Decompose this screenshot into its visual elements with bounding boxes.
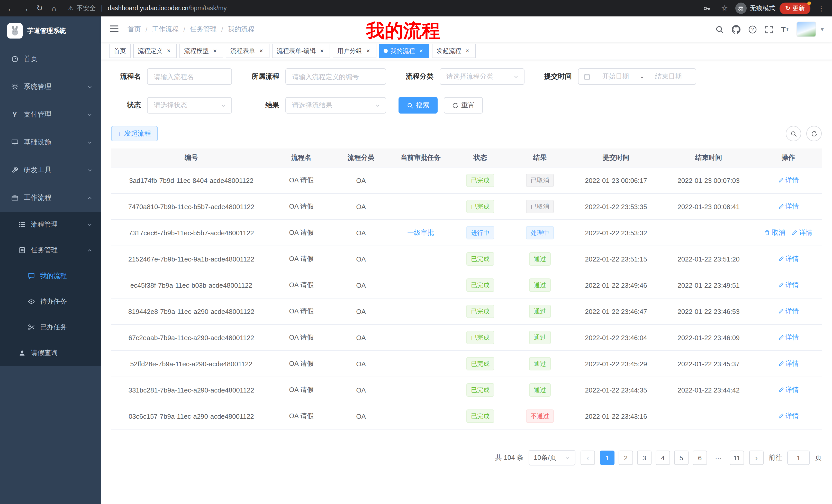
key-icon[interactable] (700, 2, 714, 15)
tab-home[interactable]: 首页 (109, 44, 131, 58)
cell-end-time: 2022-01-22 23:44:42 (662, 377, 755, 403)
sidebar-item-workflow[interactable]: 工作流程 (0, 184, 101, 212)
search-toggle-button[interactable] (786, 126, 801, 141)
incognito-profile[interactable]: 无痕模式 (735, 3, 775, 14)
detail-link[interactable]: 详情 (791, 228, 812, 237)
sidebar-item-home[interactable]: 首页 (0, 45, 101, 73)
update-label: 更新 (792, 4, 805, 12)
status-tag: 已完成 (466, 278, 494, 292)
tab-process-form-edit[interactable]: 流程表单-编辑× (272, 44, 330, 58)
app-title: 芋道管理系统 (27, 26, 66, 35)
pagination-prev-button[interactable]: ‹ (580, 451, 595, 465)
breadcrumb-item-task-management[interactable]: 任务管理 (190, 25, 217, 34)
detail-link[interactable]: 详情 (778, 254, 799, 263)
pagination-page-2[interactable]: 2 (619, 451, 633, 465)
search-button[interactable]: 搜索 (398, 97, 438, 114)
process-definition-input[interactable] (285, 68, 386, 85)
breadcrumb-item-workflow[interactable]: 工作流程 (152, 25, 179, 34)
pagination-next-button[interactable]: › (749, 451, 763, 465)
edit-icon (778, 387, 784, 393)
breadcrumb-item-home[interactable]: 首页 (128, 25, 141, 34)
user-avatar[interactable] (797, 22, 816, 37)
result-select[interactable]: 请选择流结果 (285, 97, 386, 114)
pagination-page-5[interactable]: 5 (674, 451, 688, 465)
detail-link[interactable]: 详情 (778, 385, 799, 395)
detail-link[interactable]: 详情 (778, 412, 799, 421)
reset-button[interactable]: 重置 (444, 97, 483, 114)
refresh-button[interactable] (806, 126, 822, 141)
close-icon[interactable]: × (365, 47, 372, 54)
create-process-label: 发起流程 (124, 129, 151, 138)
sidebar-item-infrastructure[interactable]: 基础设施 (0, 129, 101, 156)
sidebar-item-task-management[interactable]: 任务管理 (0, 237, 101, 263)
tab-my-process[interactable]: 我的流程× (379, 44, 430, 58)
address-bar[interactable]: ⚠ 不安全 | dashboard.yudao.iocoder.cn/bpm/t… (68, 4, 227, 12)
help-icon[interactable]: ? (748, 25, 757, 34)
cancel-link[interactable]: 取消 (764, 228, 785, 237)
detail-link[interactable]: 详情 (778, 176, 799, 185)
bookmark-star-icon[interactable]: ☆ (718, 2, 731, 15)
create-process-button[interactable]: + 发起流程 (111, 126, 158, 141)
detail-link[interactable]: 详情 (778, 202, 799, 211)
cell-category: OA (331, 351, 391, 377)
sidebar-item-devtools[interactable]: 研发工具 (0, 156, 101, 184)
detail-link[interactable]: 详情 (778, 281, 799, 290)
font-size-icon[interactable]: TT (781, 25, 789, 34)
close-icon[interactable]: × (418, 47, 425, 54)
sidebar-item-my-process[interactable]: 我的流程 (0, 263, 101, 289)
update-button[interactable]: ↻ 更新 (780, 2, 810, 14)
status-select[interactable]: 请选择状态 (147, 97, 232, 114)
tab-user-group[interactable]: 用户分组× (333, 44, 376, 58)
close-icon[interactable]: × (258, 47, 265, 54)
close-icon[interactable]: × (464, 47, 471, 54)
process-table-body: 3ad174fb-7b9d-11ec-8404-acde48001122OA 请… (111, 167, 822, 429)
pagination-page-4[interactable]: 4 (656, 451, 670, 465)
page-size-select[interactable]: 10条/页 (529, 450, 575, 466)
tab-process-form[interactable]: 流程表单× (226, 44, 269, 58)
pagination-more[interactable]: ⋯ (711, 451, 726, 465)
tab-process-definition[interactable]: 流程定义× (133, 44, 177, 58)
submit-time-range-picker[interactable]: 开始日期 - 结束日期 (578, 68, 696, 85)
browser-menu-icon[interactable]: ⋮ (814, 2, 828, 15)
close-icon[interactable]: × (165, 47, 172, 54)
sidebar-item-process-management[interactable]: 流程管理 (0, 212, 101, 237)
detail-link[interactable]: 详情 (778, 359, 799, 368)
github-icon[interactable] (731, 25, 740, 34)
tab-process-model[interactable]: 流程模型× (179, 44, 223, 58)
pagination-page-11[interactable]: 11 (730, 451, 744, 465)
result-tag: 处理中 (526, 226, 554, 240)
sidebar-toggle-button[interactable] (109, 24, 120, 35)
app-logo[interactable]: 芋道管理系统 (0, 17, 101, 45)
filter-category: 流程分类 请选择流程分类 (398, 68, 524, 85)
end-date-placeholder: 结束日期 (646, 72, 691, 81)
detail-link[interactable]: 详情 (778, 333, 799, 342)
cell-process-name: OA 请假 (271, 325, 331, 351)
sidebar-item-leave-query[interactable]: 请假查询 (0, 340, 101, 366)
select-placeholder: 请选择状态 (154, 101, 187, 110)
search-icon[interactable] (715, 25, 724, 34)
process-name-input[interactable] (147, 68, 232, 85)
sidebar-item-system[interactable]: 系统管理 (0, 73, 101, 101)
browser-forward-button[interactable]: → (19, 2, 32, 15)
sidebar-item-done-task[interactable]: 已办任务 (0, 314, 101, 340)
goto-page-input[interactable] (787, 451, 810, 465)
browser-reload-button[interactable]: ↻ (33, 2, 46, 15)
sidebar-item-payment[interactable]: ¥支付管理 (0, 101, 101, 129)
pagination-page-6[interactable]: 6 (693, 451, 707, 465)
detail-link[interactable]: 详情 (778, 307, 799, 316)
close-icon[interactable]: × (211, 47, 218, 54)
table-row: 52ffd28e-7b9a-11ec-a290-acde48001122OA 请… (111, 351, 822, 377)
fullscreen-icon[interactable] (764, 25, 773, 34)
cell-category: OA (331, 246, 391, 272)
current-task-link[interactable]: 一级审批 (407, 229, 434, 236)
pagination-page-1[interactable]: 1 (600, 451, 615, 465)
tab-start-process[interactable]: 发起流程× (432, 44, 476, 58)
browser-chrome: ← → ↻ ⌂ ⚠ 不安全 | dashboard.yudao.iocoder.… (0, 0, 832, 17)
browser-back-button[interactable]: ← (4, 2, 18, 15)
close-icon[interactable]: × (318, 47, 326, 54)
category-select[interactable]: 请选择流程分类 (440, 68, 524, 85)
browser-home-button[interactable]: ⌂ (47, 2, 61, 15)
pagination-page-3[interactable]: 3 (637, 451, 651, 465)
filter-row-2: 状态 请选择状态 结果 请选择流结果 (111, 97, 822, 114)
sidebar-item-todo-task[interactable]: 待办任务 (0, 289, 101, 314)
